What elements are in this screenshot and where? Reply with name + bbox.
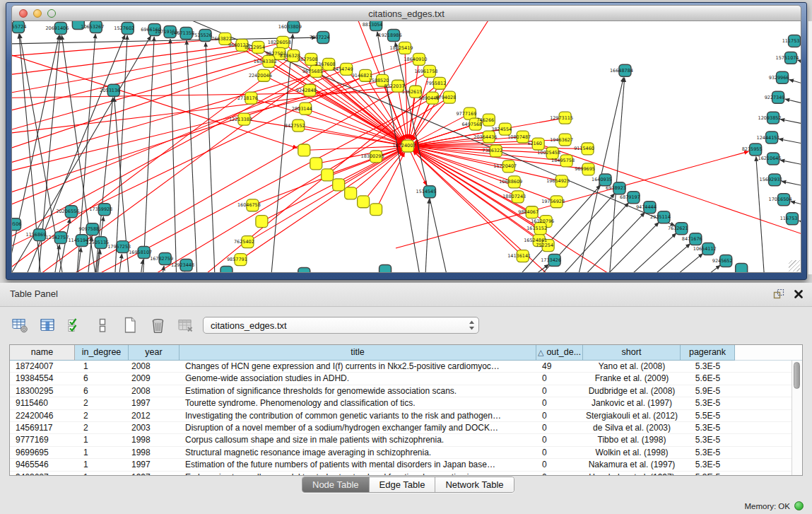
table-cell[interactable]: 5.3E-5 bbox=[681, 422, 735, 433]
table-cell[interactable]: 0 bbox=[536, 447, 583, 458]
table-cell[interactable]: 2008 bbox=[129, 385, 180, 397]
column-header-title[interactable]: title bbox=[180, 345, 536, 361]
table-row[interactable]: 969969511998Structural magnetic resonanc… bbox=[10, 447, 802, 459]
table-cell[interactable]: Corpus callosum shape and size in male p… bbox=[180, 434, 536, 445]
graph-node[interactable] bbox=[333, 179, 345, 191]
column-header-year[interactable]: year bbox=[129, 345, 180, 361]
table-cell[interactable]: 5.3E-5 bbox=[681, 397, 735, 409]
table-cell[interactable]: 0 bbox=[536, 410, 583, 421]
table-row[interactable]: 946554611997Estimation of the future num… bbox=[10, 459, 802, 471]
table-cell[interactable]: 1 bbox=[75, 472, 129, 476]
table-cell[interactable]: 9115460 bbox=[10, 397, 75, 409]
table-cell[interactable]: 1997 bbox=[129, 472, 180, 476]
table-cell[interactable]: 49 bbox=[536, 361, 583, 372]
column-header-short[interactable]: short bbox=[583, 345, 681, 361]
table-row[interactable]: 911546021997Tourette syndrome. Phenomeno… bbox=[10, 397, 802, 409]
table-cell[interactable]: 2003 bbox=[129, 422, 180, 433]
table-cell[interactable]: 5.6E-5 bbox=[681, 373, 735, 384]
table-cell[interactable]: Estimation of significance thresholds fo… bbox=[180, 385, 536, 397]
table-cell[interactable]: 5.3E-5 bbox=[681, 447, 735, 458]
table-cell[interactable]: 9699695 bbox=[10, 447, 75, 458]
table-scrollbar-thumb[interactable] bbox=[794, 362, 800, 389]
table-cell[interactable]: 0 bbox=[536, 397, 583, 409]
table-cell[interactable]: 5.3E-5 bbox=[681, 459, 735, 470]
table-cell[interactable]: 1 bbox=[75, 361, 129, 372]
graph-node[interactable] bbox=[370, 204, 382, 216]
table-row[interactable]: 977716911998Corpus callosum shape and si… bbox=[10, 434, 802, 446]
table-select-dropdown[interactable]: citations_edges.txt bbox=[203, 317, 479, 334]
column-header-pagerank[interactable]: pagerank bbox=[681, 345, 735, 361]
table-cell[interactable]: 6 bbox=[75, 385, 129, 397]
graph-node[interactable] bbox=[322, 169, 334, 181]
graph-node[interactable] bbox=[345, 187, 357, 199]
graph-node[interactable] bbox=[310, 158, 322, 170]
table-cell[interactable]: 9465546 bbox=[10, 459, 75, 470]
table-cell[interactable]: Embryonic stem cells: a model to study s… bbox=[180, 472, 536, 476]
table-cell[interactable]: 2008 bbox=[129, 361, 180, 372]
table-cell[interactable]: Nakamura et al. (1997) bbox=[583, 459, 681, 470]
table-cell[interactable]: 1997 bbox=[129, 459, 180, 470]
table-cell[interactable]: 0 bbox=[536, 422, 583, 433]
table-cell[interactable]: 5.5E-5 bbox=[681, 410, 735, 421]
table-cell[interactable]: 5.9E-5 bbox=[681, 385, 735, 397]
table-cell[interactable]: 1 bbox=[75, 434, 129, 445]
table-cell[interactable]: Investigating the contribution of common… bbox=[180, 410, 536, 421]
table-cell[interactable]: 0 bbox=[536, 373, 583, 384]
table-mode-button[interactable] bbox=[10, 315, 30, 335]
network-canvas[interactable]: 1872400718300295140557242069140610653267… bbox=[11, 21, 801, 273]
table-cell[interactable]: 0 bbox=[536, 459, 583, 470]
table-cell[interactable]: Tibbo et al. (1998) bbox=[583, 434, 681, 445]
table-row[interactable]: 1830029562008Estimation of significance … bbox=[10, 385, 802, 397]
table-cell[interactable]: 1997 bbox=[129, 397, 180, 409]
resize-grip[interactable] bbox=[789, 260, 800, 271]
column-header-indegree[interactable]: in_degree bbox=[75, 345, 129, 361]
table-cell[interactable]: 2012 bbox=[129, 410, 180, 421]
column-header-name[interactable]: name bbox=[10, 345, 75, 361]
float-panel-icon[interactable] bbox=[773, 288, 784, 299]
table-cell[interactable]: Hescheler et al. (1997) bbox=[583, 472, 681, 476]
table-cell[interactable]: 2009 bbox=[129, 373, 180, 384]
tab-network-table[interactable]: Network Table bbox=[435, 477, 513, 492]
table-cell[interactable]: 5.3E-5 bbox=[681, 361, 735, 372]
table-cell[interactable]: Stergiakouli et al. (2012) bbox=[583, 410, 681, 421]
table-cell[interactable]: 19384554 bbox=[10, 373, 75, 384]
delete-column-button[interactable] bbox=[148, 315, 167, 335]
table-cell[interactable]: de Silva et al. (2003) bbox=[583, 422, 681, 433]
table-cell[interactable]: 18300295 bbox=[10, 385, 75, 397]
table-cell[interactable]: Structural magnetic resonance image aver… bbox=[180, 447, 536, 458]
delete-table-button-disabled[interactable] bbox=[175, 315, 195, 335]
table-cell[interactable]: 2 bbox=[75, 410, 129, 421]
tab-node-table[interactable]: Node Table bbox=[302, 477, 370, 492]
graph-node[interactable] bbox=[736, 264, 748, 272]
table-scrollbar[interactable] bbox=[792, 361, 802, 475]
table-cell[interactable]: 1 bbox=[75, 459, 129, 470]
create-column-button[interactable] bbox=[120, 315, 140, 335]
network-graph[interactable]: 1872400718300295140557242069140610653267… bbox=[12, 21, 801, 272]
table-cell[interactable]: Wolkin et al. (1998) bbox=[583, 447, 681, 458]
graph-window-titlebar[interactable]: citations_edges.txt bbox=[11, 5, 801, 21]
table-cell[interactable]: 9463627 bbox=[10, 472, 75, 476]
tab-edge-table[interactable]: Edge Table bbox=[370, 477, 436, 492]
table-cell[interactable]: Franke et al. (2009) bbox=[583, 373, 681, 384]
table-cell[interactable]: Tourette syndrome. Phenomenology and cla… bbox=[180, 397, 536, 409]
table-cell[interactable]: 1998 bbox=[129, 447, 180, 458]
table-cell[interactable]: 14569117 bbox=[10, 422, 75, 433]
table-row[interactable]: 946362711997Embryonic stem cells: a mode… bbox=[10, 472, 802, 476]
table-cell[interactable]: Estimation of the future numbers of pati… bbox=[180, 459, 536, 470]
table-cell[interactable]: 0 bbox=[536, 434, 583, 445]
table-cell[interactable]: Jankovic et al. (1997) bbox=[583, 397, 681, 409]
table-cell[interactable]: Genome-wide association studies in ADHD. bbox=[180, 373, 536, 384]
table-cell[interactable]: 9777169 bbox=[10, 434, 75, 445]
table-row[interactable]: 1938455462009Genome-wide association stu… bbox=[10, 373, 802, 385]
table-cell[interactable]: 0 bbox=[536, 385, 583, 397]
table-cell[interactable]: 1998 bbox=[129, 434, 180, 445]
table-cell[interactable]: 18724007 bbox=[10, 361, 75, 372]
table-cell[interactable]: 0 bbox=[536, 472, 583, 476]
table-cell[interactable]: 1 bbox=[75, 447, 129, 458]
graph-node[interactable] bbox=[298, 144, 310, 156]
table-cell[interactable]: Changes of HCN gene expression and I(f) … bbox=[180, 361, 536, 372]
unselect-all-columns-button[interactable] bbox=[93, 315, 112, 335]
table-row[interactable]: 2242004622012Investigating the contribut… bbox=[10, 410, 802, 422]
table-cell[interactable]: Yano et al. (2008) bbox=[583, 361, 681, 372]
graph-node[interactable] bbox=[256, 216, 268, 228]
